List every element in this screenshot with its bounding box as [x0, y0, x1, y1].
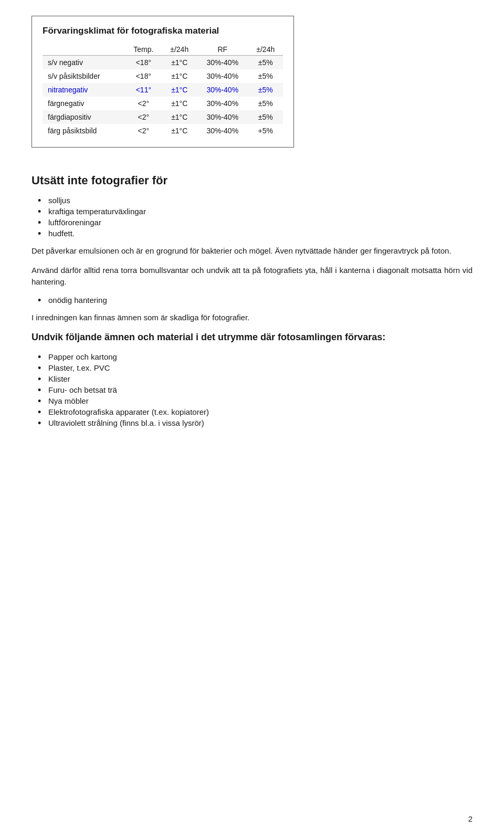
paragraph-2: Använd därför alltid rena torra bomullsv…	[32, 265, 472, 288]
list-item: Plaster, t.ex. PVC	[37, 363, 472, 372]
list-item: solljus	[37, 196, 472, 205]
table-cell-value: ±1°C	[162, 97, 197, 110]
table-cell-label: färgnegativ	[43, 97, 125, 110]
col-header-rf: RF	[197, 44, 248, 56]
col-header-temp: Temp.	[125, 44, 162, 56]
list-item: Klister	[37, 374, 472, 383]
section1-list: solljuskraftiga temperaturväxlingarluftf…	[37, 196, 472, 238]
section1-heading: Utsätt inte fotografier för	[32, 174, 472, 187]
table-row: s/v påsiktsbilder<18°±1°C30%-40%±5%	[43, 69, 283, 83]
table-cell-label: s/v påsiktsbilder	[43, 69, 125, 83]
col-header-material	[43, 44, 125, 56]
table-cell-value: +5%	[248, 124, 283, 138]
paragraph-1: Det påverkar emulsionen och är en grogru…	[32, 245, 472, 257]
list-item: kraftiga temperaturväxlingar	[37, 207, 472, 216]
onödig-list: onödig hantering	[37, 296, 472, 305]
table-cell-label: färgdiapositiv	[43, 110, 125, 124]
table-cell-value: <2°	[125, 110, 162, 124]
table-cell-value: <2°	[125, 97, 162, 110]
table-cell-value: ±5%	[248, 56, 283, 70]
col-header-pm24h-2: ±/24h	[248, 44, 283, 56]
table-cell-value: ±1°C	[162, 56, 197, 70]
table-cell-value: <18°	[125, 69, 162, 83]
table-row: s/v negativ<18°±1°C30%-40%±5%	[43, 56, 283, 70]
table-cell-value: <18°	[125, 56, 162, 70]
table-header-row: Temp. ±/24h RF ±/24h	[43, 44, 283, 56]
table-cell-value: 30%-40%	[197, 97, 248, 110]
table-cell-value: ±1°C	[162, 83, 197, 97]
table-row: färg påsiktsbild<2°±1°C30%-40%+5%	[43, 124, 283, 138]
table-cell-value: ±1°C	[162, 69, 197, 83]
section2-heading: Undvik följande ämnen och material i det…	[32, 331, 472, 344]
table-cell-label: nitratnegativ	[43, 83, 125, 97]
table-cell-value: ±5%	[248, 69, 283, 83]
table-cell-value: 30%-40%	[197, 69, 248, 83]
table-cell-value: ±5%	[248, 83, 283, 97]
col-header-pm24h-1: ±/24h	[162, 44, 197, 56]
table-cell-value: ±5%	[248, 97, 283, 110]
page-number: 2	[468, 814, 472, 823]
table-cell-label: s/v negativ	[43, 56, 125, 70]
page-content: Förvaringsklimat för fotografiska materi…	[32, 16, 472, 427]
table-cell-value: 30%-40%	[197, 124, 248, 138]
table-cell-value: 30%-40%	[197, 83, 248, 97]
onödig-item: onödig hantering	[37, 296, 472, 305]
table-cell-value: <2°	[125, 124, 162, 138]
list-item: Furu- och betsat trä	[37, 385, 472, 394]
table-cell-label: färg påsiktsbild	[43, 124, 125, 138]
table-title: Förvaringsklimat för fotografiska materi…	[43, 26, 283, 36]
paragraph-3: I inredningen kan finnas ämnen som är sk…	[32, 312, 472, 324]
storage-climate-table-container: Förvaringsklimat för fotografiska materi…	[32, 16, 294, 148]
table-cell-value: ±1°C	[162, 124, 197, 138]
table-row: nitratnegativ<11°±1°C30%-40%±5%	[43, 83, 283, 97]
list-item: hudfett.	[37, 229, 472, 238]
table-row: färgnegativ<2°±1°C30%-40%±5%	[43, 97, 283, 110]
section2-list: Papper och kartongPlaster, t.ex. PVCKlis…	[37, 352, 472, 427]
table-cell-value: 30%-40%	[197, 56, 248, 70]
list-item: Nya möbler	[37, 396, 472, 405]
table-row: färgdiapositiv<2°±1°C30%-40%±5%	[43, 110, 283, 124]
table-cell-value: 30%-40%	[197, 110, 248, 124]
list-item: Elektrofotografiska apparater (t.ex. kop…	[37, 407, 472, 416]
storage-climate-table: Temp. ±/24h RF ±/24h s/v negativ<18°±1°C…	[43, 44, 283, 138]
table-cell-value: <11°	[125, 83, 162, 97]
table-body: s/v negativ<18°±1°C30%-40%±5%s/v påsikts…	[43, 56, 283, 138]
table-cell-value: ±5%	[248, 110, 283, 124]
list-item: Ultraviolett strålning (finns bl.a. i vi…	[37, 418, 472, 427]
list-item: Papper och kartong	[37, 352, 472, 361]
list-item: luftföroreningar	[37, 218, 472, 227]
table-cell-value: ±1°C	[162, 110, 197, 124]
